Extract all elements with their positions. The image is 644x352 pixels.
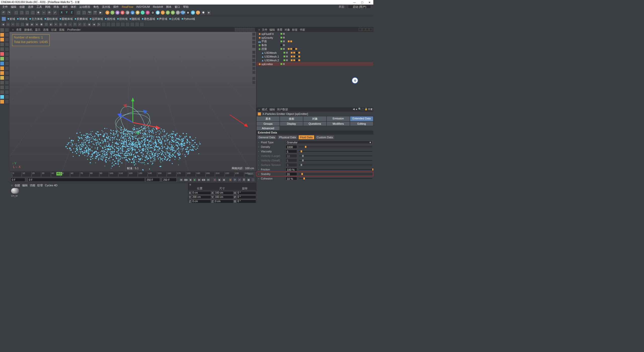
slider-cohesion[interactable] bbox=[299, 177, 372, 180]
side-tool[interactable] bbox=[5, 61, 9, 66]
menu-item[interactable]: 编辑 bbox=[10, 5, 18, 9]
toolbar-button[interactable]: ⬢ bbox=[135, 10, 140, 15]
side-tool[interactable] bbox=[0, 52, 4, 56]
material-menu-item[interactable]: 编辑 bbox=[22, 184, 28, 187]
xp-tool-button[interactable]: ∴ bbox=[15, 22, 20, 27]
panel-icon[interactable] bbox=[359, 28, 362, 31]
frame-scrub[interactable] bbox=[28, 178, 145, 182]
attr-subtab[interactable]: Fluid Data bbox=[298, 135, 314, 140]
window-max[interactable]: ▢ bbox=[358, 1, 366, 4]
toolbar-button[interactable]: ⊗ bbox=[171, 10, 175, 15]
toolbar-button[interactable]: ⬢ bbox=[201, 10, 206, 15]
menu-item[interactable]: 插件 bbox=[112, 5, 120, 9]
prop-tab[interactable]: Extended Data bbox=[350, 116, 373, 121]
obj-tab[interactable]: 标签 bbox=[292, 28, 298, 32]
slider-viscosity[interactable] bbox=[299, 150, 372, 153]
panel-icon[interactable] bbox=[369, 28, 372, 31]
autokey-button[interactable]: ◉ bbox=[217, 178, 221, 182]
input-viscosity[interactable]: 5 bbox=[286, 150, 297, 153]
field-node[interactable]: 球体域 bbox=[17, 17, 28, 21]
field-node[interactable]: 胶囊体域 bbox=[74, 17, 88, 21]
toolbar-button[interactable]: ◒ bbox=[130, 10, 135, 15]
toolbar-button[interactable]: ⟳ bbox=[47, 10, 52, 15]
xp-tool-button[interactable]: ◆ bbox=[92, 22, 96, 27]
toolbar-button[interactable]: ⊕ bbox=[166, 10, 170, 15]
xp-tool-button[interactable]: • bbox=[11, 22, 15, 27]
toolbar-button[interactable]: ◈ bbox=[206, 10, 211, 15]
vp-nav-icon[interactable] bbox=[252, 63, 256, 66]
vp-nav-icon[interactable] bbox=[252, 32, 256, 36]
obj-tab[interactable]: 编辑 bbox=[269, 28, 275, 32]
menu-item[interactable]: INSYDIUM bbox=[135, 5, 151, 9]
goto-end-button[interactable]: ⏭ bbox=[206, 178, 210, 182]
frame-end-a[interactable] bbox=[145, 178, 160, 182]
attr-back-icon[interactable]: ◀ bbox=[353, 108, 355, 110]
xp-tool-button[interactable]: ⬚ bbox=[20, 22, 25, 27]
viewport-menu-item[interactable]: 显示 bbox=[35, 28, 41, 32]
side-tool[interactable] bbox=[0, 37, 4, 42]
toolbar-button[interactable]: ◈ bbox=[105, 10, 110, 15]
coord-input[interactable] bbox=[236, 191, 256, 195]
menu-item[interactable]: 流水线 bbox=[101, 5, 111, 9]
frame-start-input[interactable] bbox=[11, 178, 25, 182]
xp-tool-button[interactable] bbox=[120, 22, 125, 27]
coord-input[interactable] bbox=[236, 200, 256, 203]
xp-tool-button[interactable] bbox=[111, 22, 115, 27]
viewport-menu-item[interactable]: 面板 bbox=[59, 28, 65, 32]
xp-tool-button[interactable]: T bbox=[73, 22, 77, 27]
toolbar-button[interactable]: X bbox=[59, 10, 64, 15]
toolbar-button[interactable]: ◍ bbox=[150, 10, 155, 15]
vp-nav-icon[interactable] bbox=[252, 81, 256, 84]
attr-lock-icon[interactable]: 🔒 bbox=[365, 108, 368, 110]
coord-input[interactable] bbox=[191, 191, 211, 195]
prop-tab[interactable]: Modifiers bbox=[327, 121, 350, 126]
obj-tab[interactable]: 书签 bbox=[300, 28, 305, 32]
coord-input[interactable] bbox=[191, 200, 211, 203]
vp-nav-icon[interactable] bbox=[252, 55, 256, 58]
xp-tool-button[interactable]: ◆ bbox=[1, 22, 6, 27]
viewport-menu-item[interactable]: 过滤 bbox=[51, 28, 57, 32]
xp-tool-button[interactable]: | bbox=[82, 22, 87, 27]
field-node[interactable]: 着色器域 bbox=[141, 17, 155, 21]
hierarchy-row[interactable]: ◆xpGravity bbox=[256, 36, 373, 39]
obj-tab[interactable]: 查看 bbox=[277, 28, 283, 32]
viewport-icon[interactable] bbox=[239, 28, 243, 31]
material-menu-item[interactable]: 纹理 bbox=[37, 184, 43, 187]
goto-start-button[interactable]: ⏮ bbox=[179, 178, 183, 182]
window-close[interactable]: ✕ bbox=[366, 1, 373, 4]
xp-tool-button[interactable]: ◉ bbox=[30, 22, 34, 27]
attr-lock-icon[interactable]: ⬚ bbox=[362, 108, 364, 110]
toolbar-button[interactable]: ▶ bbox=[98, 10, 103, 15]
material-menu-item[interactable]: Cycles 4D bbox=[45, 184, 57, 187]
side-tool[interactable] bbox=[5, 71, 9, 75]
field-node[interactable]: 矩域 bbox=[7, 17, 16, 21]
layout-select[interactable]: 启动 (用户) bbox=[348, 5, 371, 9]
dropdown-fluidtype[interactable]: Granular▾ bbox=[286, 141, 372, 144]
side-tool[interactable] bbox=[0, 71, 4, 75]
field-node[interactable]: 随机域 bbox=[129, 17, 140, 21]
xp-tool-button[interactable]: ◉ bbox=[87, 22, 92, 27]
side-tool[interactable] bbox=[0, 95, 4, 99]
toolbar-button[interactable]: ◉ bbox=[115, 10, 120, 15]
xp-tool-button[interactable]: ◈ bbox=[34, 22, 39, 27]
coord-input[interactable] bbox=[214, 200, 234, 203]
obj-tab[interactable]: 文件 bbox=[262, 28, 267, 32]
side-tool[interactable] bbox=[5, 37, 9, 42]
side-tool[interactable] bbox=[0, 57, 4, 61]
xp-tool-button[interactable]: ⟐ bbox=[68, 22, 72, 27]
xp-tool-button[interactable] bbox=[135, 22, 139, 27]
side-tool[interactable] bbox=[5, 80, 9, 85]
xp-tool-button[interactable] bbox=[116, 22, 120, 27]
xp-tool-button[interactable]: ʃx bbox=[97, 22, 101, 27]
xp-tool-button[interactable] bbox=[125, 22, 130, 27]
slider-stability[interactable] bbox=[299, 173, 372, 175]
menu-item[interactable]: 体积 bbox=[69, 5, 77, 9]
xp-tool-button[interactable]: ⬢ bbox=[39, 22, 44, 27]
toolbar-button[interactable]: ⬚ bbox=[82, 10, 87, 15]
input-stability[interactable]: 20 bbox=[286, 172, 297, 176]
menu-item[interactable]: 体积 bbox=[61, 5, 69, 9]
attr-menu-icon[interactable]: ⊞ bbox=[368, 108, 370, 110]
side-tool[interactable] bbox=[5, 95, 9, 99]
timeline[interactable]: 45.0 45 F 010203040506070809010011012013… bbox=[10, 171, 256, 177]
field-node[interactable]: 声音域 bbox=[156, 17, 168, 21]
